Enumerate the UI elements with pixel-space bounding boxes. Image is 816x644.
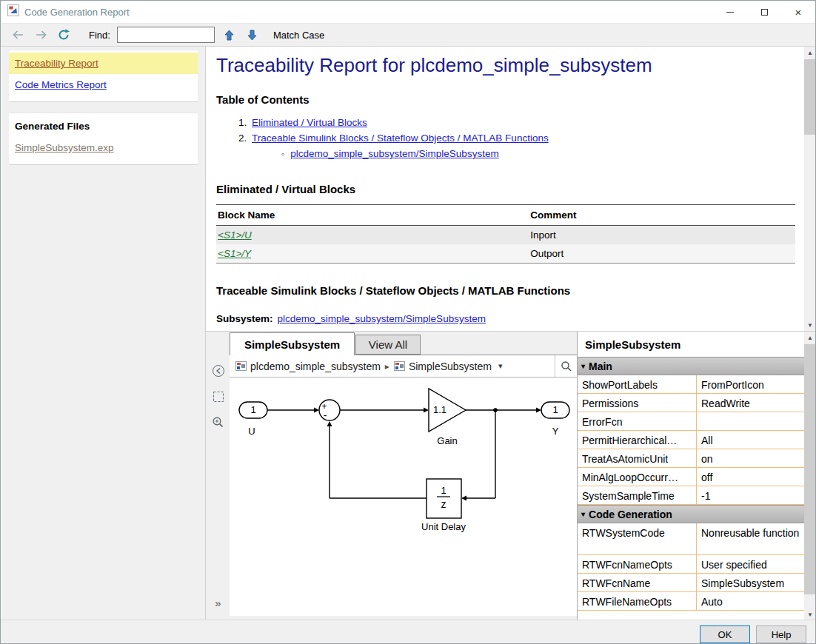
chevron-down-icon[interactable]: ▾ [498,361,503,371]
toc-link-traceable-blocks[interactable]: Traceable Simulink Blocks / Stateflow Ob… [252,133,549,144]
sidebar-item-traceability-report[interactable]: Traceability Report [9,53,198,74]
simulink-diagram: 1 U + - 1.1 Gain 1 [230,378,577,616]
subsystem-line: Subsystem:plcdemo_simple_subsystem/Simpl… [216,313,795,324]
block-link-s1-y[interactable]: <S1>/Y [218,248,251,259]
svg-text:z: z [441,498,447,510]
minimize-icon [726,12,734,13]
toc-link-eliminated-blocks[interactable]: Eliminated / Virtual Blocks [252,117,367,128]
property-row-minalgloopoccur: MinAlgLoopOccurr… off [578,468,804,486]
toc-list: 1.Eliminated / Virtual Blocks 2.Traceabl… [238,115,795,162]
eliminated-blocks-header: Eliminated / Virtual Blocks [216,183,795,195]
titlebar[interactable]: Code Generation Report × [1,1,815,23]
block-link-s1-u[interactable]: <S1>/U [218,229,252,241]
comment-cell: Outport [529,244,795,264]
breadcrumb-item-subsystem[interactable]: SimpleSubsystem ▾ [394,360,503,372]
property-row-rtwfcnnameopts: RTWFcnNameOpts User specified [578,555,804,574]
report-links-box: Traceability Report Code Metrics Report [9,50,198,102]
svg-text:1: 1 [441,485,446,496]
sidebar-item-code-metrics-report[interactable]: Code Metrics Report [9,74,198,95]
property-row-systemsampletime: SystemSampleTime -1 [578,486,804,505]
code-metrics-report-link: Code Metrics Report [15,79,107,90]
scroll-down-button[interactable]: ▼ [804,608,816,620]
model-viewer-pane: SimpleSubsystem View All plcdemo_simple_… [206,331,816,620]
app-icon [7,4,19,19]
find-input[interactable] [117,27,215,43]
find-label: Find: [89,30,110,41]
canvas-toolbar [207,355,229,616]
gain-block[interactable]: 1.1 [429,389,466,432]
scroll-up-button[interactable]: ▲ [804,332,816,343]
forward-button[interactable] [33,27,49,43]
find-next-button[interactable] [244,27,261,43]
zoom-in-icon [212,416,224,429]
unit-delay-block[interactable]: 1 z [427,479,461,518]
property-row-rtwfcnname: RTWFcnName SimpleSubsystem [578,574,804,592]
table-row: <S1>/Y Outport [216,244,795,264]
property-row-treatasatomicunit: TreatAsAtomicUnit on [578,449,804,468]
find-toolbar: Find: Match Case [1,23,815,47]
generated-files-box: Generated Files SimpleSubsystem.exp [9,113,198,165]
find-previous-button[interactable] [221,27,238,43]
sum-block[interactable]: + - [319,400,340,421]
breadcrumb-search-button[interactable] [555,355,577,377]
property-row-showportlabels: ShowPortLabels FromPortIcon [578,375,804,394]
code-generation-report-window: Code Generation Report × Find: Match Cas… [0,0,816,644]
maximize-button[interactable] [747,1,781,23]
subsystem-icon [394,361,405,371]
properties-title: SimpleSubsystem [578,332,804,357]
back-button[interactable] [10,27,26,43]
outport-block[interactable]: 1 [541,402,569,418]
report-pane: Traceability Report for plcdemo_simple_s… [206,47,816,331]
report-scrollbar[interactable]: ▲ ▼ [804,47,816,331]
toc-subitem: ◦plcdemo_simple_subsystem/SimpleSubsyste… [281,146,795,162]
bullet-icon: ◦ [281,149,284,159]
unit-delay-label: Unit Delay [421,521,466,532]
expand-toolbar-button[interactable]: » [207,597,229,609]
model-pane-scrollbar[interactable]: ▲ ▼ [804,332,816,620]
toc-item: 2.Traceable Simulink Blocks / Stateflow … [238,130,795,146]
close-icon: × [795,7,802,18]
traceability-report-link: Traceability Report [15,58,98,69]
ok-button[interactable]: OK [700,625,750,643]
breadcrumb-item-root[interactable]: plcdemo_simple_subsystem [235,360,381,372]
window-title: Code Generation Report [24,7,130,18]
scrollbar-thumb[interactable] [804,59,816,135]
section-header-main[interactable]: ▾ Main [578,357,804,375]
help-button[interactable]: Help [756,625,806,643]
sidebar-item-simplesubsystem-exp[interactable]: SimpleSubsystem.exp [9,137,198,158]
inport-block[interactable]: 1 [239,402,267,418]
section-title: Main [589,360,612,372]
scroll-up-button[interactable]: ▲ [804,47,816,58]
section-title: Code Generation [589,509,672,520]
back-arrow-icon [12,30,24,40]
scroll-down-button[interactable]: ▼ [804,319,816,331]
table-row: <S1>/U Inport [216,226,795,245]
model-canvas[interactable]: 1 U + - 1.1 Gain 1 [230,378,577,616]
back-circle-button[interactable] [212,364,225,380]
arrow-down-icon [247,30,257,41]
dialog-footer: OK Help [1,620,815,644]
model-breadcrumb: plcdemo_simple_subsystem ▸ SimpleSubsyst… [230,355,577,378]
close-button[interactable]: × [781,1,815,23]
back-circle-icon [212,364,225,378]
column-header-comment: Comment [529,205,795,226]
zoom-in-button[interactable] [212,416,224,432]
toc-link-simplesubsystem[interactable]: plcdemo_simple_subsystem/SimpleSubsystem [290,148,498,159]
eliminated-blocks-table: Block Name Comment <S1>/U Inport <S1>/Y … [216,204,795,264]
toc-item: 1.Eliminated / Virtual Blocks [238,115,795,130]
match-case-option[interactable]: Match Case [273,30,324,41]
breadcrumb-root-label: plcdemo_simple_subsystem [250,360,381,372]
comment-cell: Inport [529,226,795,245]
search-icon [561,360,572,372]
fit-to-view-button[interactable] [213,391,224,406]
section-header-code-generation[interactable]: ▾ Code Generation [578,505,804,523]
minimize-button[interactable] [713,1,747,23]
refresh-button[interactable] [56,27,72,43]
subsystem-link[interactable]: plcdemo_simple_subsystem/SimpleSubsystem [278,313,486,324]
generated-files-header: Generated Files [9,115,198,137]
tab-view-all[interactable]: View All [355,335,421,355]
tab-simplesubsystem[interactable]: SimpleSubsystem [230,332,355,355]
report-sidebar: Traceability Report Code Metrics Report … [1,47,206,620]
scrollbar-thumb[interactable] [804,344,816,594]
model-icon [235,361,247,371]
